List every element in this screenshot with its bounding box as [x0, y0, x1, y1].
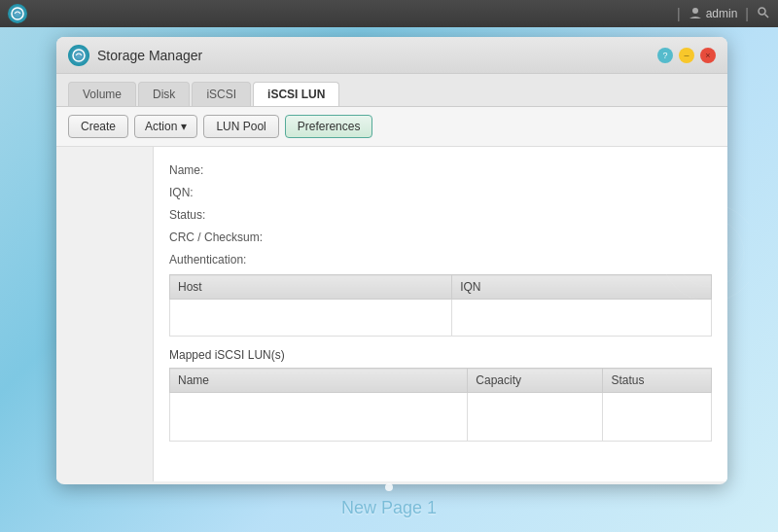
svg-line-3 — [765, 14, 769, 18]
host-table-empty-row — [170, 300, 712, 337]
field-crc: CRC / Checksum: — [169, 230, 712, 244]
action-dropdown-icon: ▾ — [181, 120, 187, 133]
field-name: Name: — [169, 162, 712, 177]
field-iqn: IQN: — [169, 185, 712, 199]
preferences-button[interactable]: Preferences — [285, 115, 373, 138]
sidebar — [56, 147, 154, 481]
top-bar-user: admin — [689, 6, 738, 22]
create-button[interactable]: Create — [68, 115, 128, 138]
label-auth: Authentication: — [169, 252, 296, 266]
col-host: Host — [170, 275, 452, 300]
app-logo — [8, 4, 27, 23]
window-titlebar: Storage Manager ? – × — [56, 37, 727, 74]
svg-point-4 — [73, 50, 85, 61]
col-mapped-name: Name — [170, 369, 468, 393]
lun-pool-button[interactable]: LUN Pool — [203, 115, 278, 138]
top-bar-separator2: | — [745, 6, 749, 21]
tab-disk[interactable]: Disk — [138, 82, 190, 106]
mapped-section-title: Mapped iSCSI LUN(s) — [169, 348, 712, 362]
search-icon[interactable] — [757, 6, 770, 22]
background-decoration — [632, 195, 749, 389]
top-bar-right: | admin | — [677, 6, 770, 22]
top-bar-separator: | — [677, 6, 681, 21]
help-button[interactable]: ? — [657, 48, 673, 63]
toolbar: Create Action ▾ LUN Pool Preferences — [56, 107, 727, 147]
host-iqn-table: Host IQN — [169, 274, 712, 337]
page-dot — [385, 483, 393, 491]
col-capacity: Capacity — [468, 369, 603, 393]
tab-bar: Volume Disk iSCSI iSCSI LUN — [56, 74, 727, 107]
field-auth: Authentication: — [169, 252, 712, 266]
top-bar: | admin | — [0, 0, 778, 27]
tab-iscsi-lun[interactable]: iSCSI LUN — [253, 82, 339, 106]
svg-point-2 — [759, 8, 765, 15]
field-status: Status: — [169, 207, 712, 222]
label-crc: CRC / Checksum: — [169, 230, 296, 244]
label-name: Name: — [169, 162, 296, 177]
minimize-button[interactable]: – — [679, 48, 694, 63]
window-icon — [68, 45, 89, 66]
storage-manager-window: Storage Manager ? – × Volume Disk iSCSI … — [56, 37, 727, 484]
action-button[interactable]: Action ▾ — [134, 115, 197, 138]
page-indicator: New Page 1 — [0, 483, 778, 518]
mapped-lun-table: Name Capacity Status — [169, 368, 712, 442]
user-icon — [689, 6, 702, 22]
svg-point-0 — [12, 8, 23, 19]
content-area: Name: IQN: Status: CRC / Checksum: Authe… — [56, 147, 727, 481]
close-button[interactable]: × — [700, 48, 716, 63]
label-status: Status: — [169, 207, 296, 222]
mapped-table-empty-row — [170, 393, 712, 442]
window-controls: ? – × — [657, 48, 716, 63]
svg-point-1 — [692, 8, 698, 14]
label-iqn: IQN: — [169, 185, 296, 199]
page-title: New Page 1 — [0, 498, 778, 518]
tab-volume[interactable]: Volume — [68, 82, 136, 106]
tab-iscsi[interactable]: iSCSI — [192, 82, 251, 106]
window-title: Storage Manager — [97, 48, 657, 63]
username-label: admin — [706, 7, 738, 20]
